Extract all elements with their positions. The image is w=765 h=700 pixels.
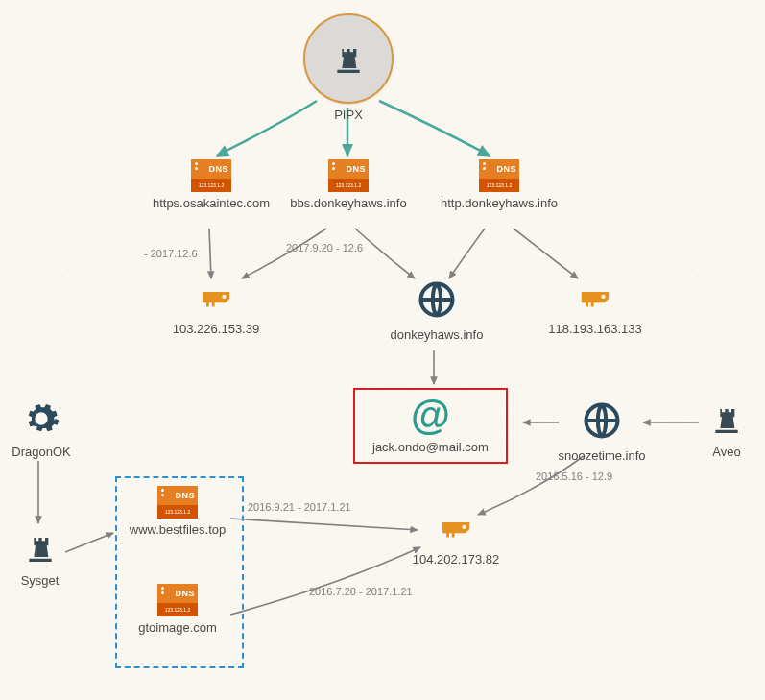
rook-icon [329,39,368,78]
node-ip-1: 103.226.153.39 [163,282,269,336]
node-label: donkeyhaws.info [384,327,490,342]
globe-icon [416,278,458,321]
node-actor-dragonok: DragonOK [8,399,75,459]
node-domain-donkey: donkeyhaws.info [384,278,490,342]
node-ip-3: 104.202.173.82 [403,513,509,567]
dns-icon: DNS 123.123.1.2 [479,159,519,192]
edge-label: 2016.9.21 - 2017.1.21 [248,501,351,513]
edge-label: 2017.9.20 - 12.6 [286,242,363,253]
network-card-icon [196,282,236,315]
node-label: bbs.donkeyhaws.info [286,196,411,210]
globe-icon [581,399,623,442]
node-email: @ jack.ondo@mail.com [353,388,508,464]
node-label: gtoimage.com [125,620,230,635]
network-card-icon [575,282,615,315]
node-pipx: PIPX [303,13,394,122]
node-label: jack.ondo@mail.com [372,440,489,454]
node-label: 104.202.173.82 [403,552,509,567]
node-label: PIPX [303,108,394,122]
gear-icon [22,399,60,438]
node-label: http.donkeyhaws.info [432,196,566,210]
dns-icon: DNS 123.123.1.2 [157,486,198,519]
node-label: snoozetime.info [549,448,655,463]
node-dns-bbs: DNS 123.123.1.2 bbs.donkeyhaws.info [286,159,411,210]
node-label: 118.193.163.133 [538,322,653,336]
dns-icon: DNS 123.123.1.2 [191,159,231,192]
node-ip-2: 118.193.163.133 [538,282,653,336]
node-actor-sysget: Sysget [13,528,66,588]
node-label: www.bestfiles.top [125,522,230,537]
dns-icon: DNS 123.123.1.2 [157,584,198,616]
node-dns-bestfiles: DNS 123.123.1.2 www.bestfiles.top [125,486,230,537]
edge-label: 2016.7.28 - 2017.1.21 [309,586,413,597]
node-label: https.osakaintec.com [144,196,278,210]
node-label: 103.226.153.39 [163,322,269,336]
node-label: DragonOK [8,445,75,459]
node-label: Aveo [703,445,751,459]
node-domain-snooze: snoozetime.info [549,399,655,463]
at-icon: @ [372,396,489,436]
node-dns-osaka: DNS 123.123.1.2 https.osakaintec.com [144,159,278,210]
node-label: Sysget [13,573,66,588]
edge-label: 2016.5.16 - 12.9 [536,471,612,482]
node-dns-http: DNS 123.123.1.2 http.donkeyhaws.info [432,159,566,210]
dns-icon: DNS 123.123.1.2 [328,159,369,192]
node-actor-aveo: Aveo [703,399,751,459]
rook-icon [21,528,60,567]
edge-label: - 2017.12.6 [144,248,198,259]
network-card-icon [436,513,476,545]
rook-icon [707,399,746,438]
node-dns-gtoimage: DNS 123.123.1.2 gtoimage.com [125,584,230,635]
